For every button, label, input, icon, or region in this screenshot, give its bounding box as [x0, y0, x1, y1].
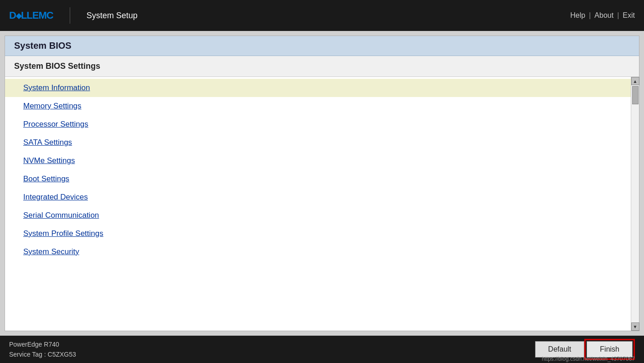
header-title: System Setup: [87, 11, 138, 20]
settings-title-bar: System BIOS Settings: [5, 56, 639, 77]
watermark: https://blog.csdn.net/weixin_43707067: [542, 356, 635, 362]
header-nav: Help | About | Exit: [570, 11, 635, 20]
about-link[interactable]: About: [594, 11, 613, 20]
menu-item-system-information[interactable]: System Information: [5, 79, 631, 97]
header: D◆LLEMC System Setup Help | About | Exit: [0, 0, 644, 31]
bottom-info: PowerEdge R740 Service Tag : C5ZXG53: [9, 339, 76, 360]
scroll-track: [631, 85, 639, 322]
bios-header-title: System BIOS: [14, 41, 72, 51]
menu-item-system-profile-settings[interactable]: System Profile Settings: [5, 225, 631, 243]
finish-button[interactable]: Finish: [587, 341, 633, 358]
nav-divider-1: |: [589, 11, 591, 20]
default-button[interactable]: Default: [535, 341, 585, 358]
content-area: System InformationMemory SettingsProcess…: [5, 77, 639, 331]
menu-item-integrated-devices[interactable]: Integrated Devices: [5, 188, 631, 206]
menu-list: System InformationMemory SettingsProcess…: [5, 77, 631, 331]
menu-item-processor-settings[interactable]: Processor Settings: [5, 115, 631, 133]
logo-dell: D◆LLEMC: [9, 10, 53, 21]
scroll-thumb[interactable]: [632, 86, 639, 104]
settings-title: System BIOS Settings: [14, 61, 100, 71]
menu-item-boot-settings[interactable]: Boot Settings: [5, 170, 631, 188]
nav-divider-2: |: [617, 11, 619, 20]
menu-item-nvme-settings[interactable]: NVMe Settings: [5, 152, 631, 170]
main-container: System BIOS System BIOS Settings System …: [5, 36, 639, 331]
service-tag-label: Service Tag :: [9, 351, 48, 358]
model-label: PowerEdge R740: [9, 341, 59, 348]
scrollbar-area[interactable]: ▲ ▼: [631, 77, 639, 331]
exit-link[interactable]: Exit: [623, 11, 635, 20]
menu-item-memory-settings[interactable]: Memory Settings: [5, 97, 631, 115]
bios-header: System BIOS: [5, 36, 639, 56]
menu-item-serial-communication[interactable]: Serial Communication: [5, 206, 631, 225]
service-tag-value: C5ZXG53: [48, 351, 76, 358]
scroll-down-arrow[interactable]: ▼: [631, 322, 639, 331]
menu-item-system-security[interactable]: System Security: [5, 243, 631, 261]
menu-item-sata-settings[interactable]: SATA Settings: [5, 133, 631, 152]
scroll-up-arrow[interactable]: ▲: [631, 77, 639, 85]
logo-area: D◆LLEMC: [9, 10, 53, 21]
header-separator: [70, 7, 70, 24]
help-link[interactable]: Help: [570, 11, 585, 20]
header-left: D◆LLEMC System Setup: [9, 7, 138, 24]
